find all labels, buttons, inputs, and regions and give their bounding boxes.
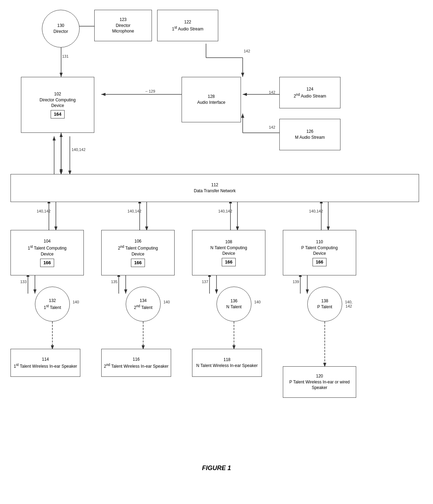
audio-stream-m-label: M Audio Stream bbox=[295, 135, 325, 141]
network-box: 112 Data Transfer Network bbox=[10, 174, 419, 202]
network-id: 112 bbox=[211, 182, 218, 188]
speaker1-box: 114 1st Talent Wireless In-ear Speaker bbox=[10, 349, 80, 377]
talentp-id: 138 bbox=[321, 298, 328, 304]
talentn-device-box: 108 N Talent ComputingDevice 166 bbox=[192, 230, 265, 275]
label-140-2: 140 bbox=[163, 300, 170, 304]
audio-stream-1-label: 1st Audio Stream bbox=[172, 25, 204, 32]
talentn-device-label: N Talent ComputingDevice bbox=[210, 245, 247, 257]
label-140-142-p: 140,142 bbox=[345, 300, 352, 308]
label-140-142-4: 140,142 bbox=[309, 209, 323, 213]
talentn-device-inner: 166 bbox=[222, 258, 236, 266]
talentp-device-inner: 166 bbox=[313, 258, 326, 266]
director-id: 130 bbox=[57, 23, 64, 29]
label-142-top: 142 bbox=[244, 49, 250, 53]
label-131: 131 bbox=[62, 54, 68, 58]
label-139: 139 bbox=[293, 280, 299, 284]
label-133: 133 bbox=[20, 280, 27, 284]
talentp-device-box: 110 P Talent ComputingDevice 166 bbox=[283, 230, 356, 275]
talent2-device-box: 106 2nd Talent ComputingDevice 166 bbox=[101, 230, 175, 275]
talent2-device-id: 106 bbox=[134, 238, 141, 244]
director-device-id: 102 bbox=[54, 91, 61, 97]
talent2-device-inner: 166 bbox=[131, 259, 145, 267]
speaker2-id: 116 bbox=[133, 357, 140, 362]
speakerp-label: P Talent Wireless In-ear or wired Speake… bbox=[285, 379, 354, 391]
director-circle: 130 Director bbox=[42, 10, 80, 48]
audio-stream-2-label: 2nd Audio Stream bbox=[294, 92, 326, 99]
audio-interface-id: 128 bbox=[208, 94, 215, 100]
talentp-device-id: 110 bbox=[316, 239, 323, 245]
audio-stream-1-box: 122 1st Audio Stream bbox=[157, 10, 218, 41]
talentp-device-label: P Talent ComputingDevice bbox=[301, 245, 338, 257]
speaker2-box: 116 2nd Talent Wireless In-ear Speaker bbox=[101, 349, 171, 377]
director-mic-label: DirectorMicrophone bbox=[112, 23, 134, 35]
talent1-device-inner: 166 bbox=[40, 259, 54, 267]
audio-interface-label: Audio Interface bbox=[197, 100, 226, 106]
speakern-box: 118 N Talent Wireless In-ear Speaker bbox=[192, 349, 262, 377]
talentn-device-id: 108 bbox=[225, 239, 232, 245]
director-device-label: Director ComputingDevice bbox=[39, 97, 75, 109]
audio-interface-box: 128 Audio Interface bbox=[182, 77, 241, 122]
label-135: 135 bbox=[111, 280, 117, 284]
label-140-142-2: 140,142 bbox=[127, 209, 141, 213]
talent2-device-label: 2nd Talent ComputingDevice bbox=[118, 244, 158, 257]
talent2-label: 2nd Talent bbox=[134, 304, 153, 311]
talentn-id: 136 bbox=[230, 298, 237, 304]
label-137: 137 bbox=[202, 280, 208, 284]
speakern-label: N Talent Wireless In-ear Speaker bbox=[196, 363, 258, 369]
label-140-3: 140 bbox=[254, 300, 260, 304]
label-140-142-1: 140,142 bbox=[37, 209, 51, 213]
audio-stream-2-id: 124 bbox=[306, 86, 313, 92]
audio-stream-2-box: 124 2nd Audio Stream bbox=[279, 77, 340, 108]
talentp-label: P Talent bbox=[317, 304, 332, 310]
speakerp-box: 120 P Talent Wireless In-ear or wired Sp… bbox=[283, 366, 356, 398]
talentn-label: N Talent bbox=[226, 304, 242, 310]
speaker1-label: 1st Talent Wireless In-ear Speaker bbox=[14, 362, 77, 369]
speakerp-id: 120 bbox=[316, 373, 323, 379]
figure-label: FIGURE 1 bbox=[202, 465, 231, 472]
director-mic-id: 123 bbox=[119, 17, 126, 23]
label-140-142-main: 140,142 bbox=[72, 147, 86, 152]
label-129: ←129 bbox=[145, 89, 155, 93]
talent2-id: 134 bbox=[140, 298, 147, 304]
label-140-1: 140 bbox=[73, 300, 79, 304]
talent1-circle: 132 1st Talent bbox=[35, 287, 70, 322]
director-label: Director bbox=[53, 29, 68, 35]
label-142-mid1: 142 bbox=[269, 90, 275, 94]
talent1-device-box: 104 1st Talent ComputingDevice 166 bbox=[10, 230, 84, 275]
talentp-circle: 138 P Talent bbox=[307, 287, 342, 322]
diagram: 130 Director 123 DirectorMicrophone 122 … bbox=[0, 0, 433, 482]
audio-stream-1-id: 122 bbox=[184, 19, 191, 25]
talent1-device-label: 1st Talent ComputingDevice bbox=[28, 244, 67, 257]
director-device-inner: 164 bbox=[51, 110, 65, 118]
talent1-device-id: 104 bbox=[44, 238, 51, 244]
talent2-circle: 134 2nd Talent bbox=[126, 287, 161, 322]
audio-stream-m-id: 126 bbox=[306, 129, 313, 135]
network-label: Data Transfer Network bbox=[194, 188, 236, 194]
director-device-box: 102 Director ComputingDevice 164 bbox=[21, 77, 94, 133]
speaker1-id: 114 bbox=[42, 357, 49, 362]
speaker2-label: 2nd Talent Wireless In-ear Speaker bbox=[104, 362, 169, 369]
label-140-142-3: 140,142 bbox=[218, 209, 232, 213]
audio-stream-m-box: 126 M Audio Stream bbox=[279, 119, 340, 150]
director-mic-box: 123 DirectorMicrophone bbox=[94, 10, 152, 41]
talent1-label: 1st Talent bbox=[44, 304, 61, 311]
speakern-id: 118 bbox=[223, 357, 230, 363]
label-142-mid2: 142 bbox=[269, 125, 275, 129]
talent1-id: 132 bbox=[49, 298, 56, 304]
talentn-circle: 136 N Talent bbox=[216, 287, 251, 322]
